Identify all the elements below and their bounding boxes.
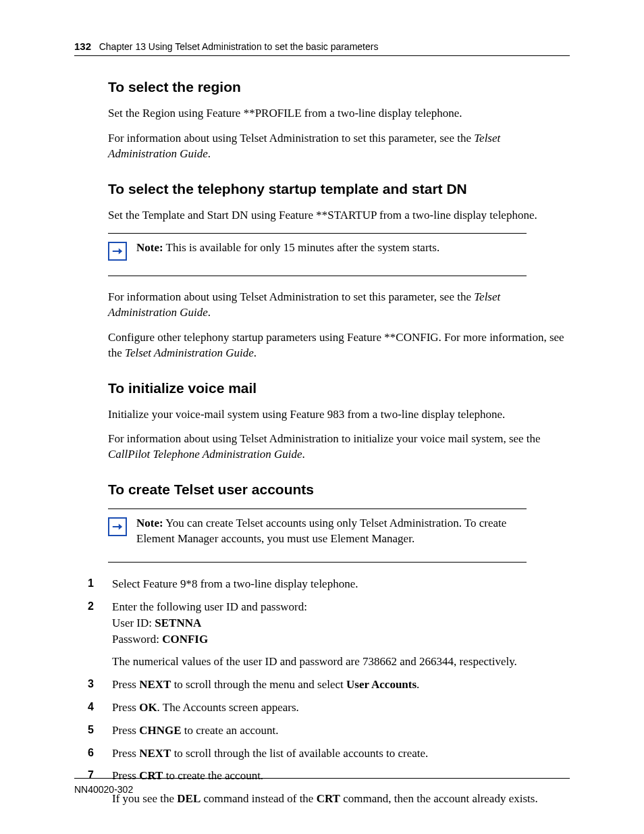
doc-ref: CallPilot Telephone Administration Guide: [108, 448, 302, 461]
list-item: 5 Press CHNGE to create an account.: [88, 723, 570, 739]
paragraph: Initialize your voice-mail system using …: [108, 407, 570, 423]
note-box: Note: This is available for only 15 minu…: [108, 233, 527, 276]
paragraph: Set the Template and Start DN using Feat…: [108, 208, 570, 224]
section-template: Set the Template and Start DN using Feat…: [108, 208, 570, 224]
paragraph: For information about using Telset Admin…: [108, 432, 570, 463]
paragraph: For information about using Telset Admin…: [108, 131, 570, 162]
list-item: 2 Enter the following user ID and passwo…: [88, 599, 570, 670]
paragraph: Set the Region using Feature **PROFILE f…: [108, 106, 570, 122]
note-text: Note: You can create Telset accounts usi…: [136, 516, 527, 547]
heading-voicemail: To initialize voice mail: [108, 380, 570, 396]
heading-accounts: To create Telset user accounts: [108, 481, 570, 498]
section-region: Set the Region using Feature **PROFILE f…: [108, 106, 570, 162]
list-item: 3 Press NEXT to scroll through the menu …: [88, 677, 570, 693]
page: 132 Chapter 13 Using Telset Administrati…: [0, 0, 644, 807]
note-text: Note: This is available for only 15 minu…: [136, 240, 439, 256]
heading-region: To select the region: [108, 79, 570, 95]
page-number: 132: [74, 41, 91, 52]
doc-ref: Telset Administration Guide: [125, 346, 254, 359]
paragraph: Configure other telephony startup parame…: [108, 330, 570, 361]
list-item: 6 Press NEXT to scroll through the list …: [88, 746, 570, 762]
paragraph: For information about using Telset Admin…: [108, 290, 570, 321]
section-voicemail: Initialize your voice-mail system using …: [108, 407, 570, 463]
chapter-title: Chapter 13 Using Telset Administration t…: [99, 41, 379, 52]
steps-list: 1 Select Feature 9*8 from a two-line dis…: [88, 576, 570, 807]
page-header: 132 Chapter 13 Using Telset Administrati…: [74, 41, 570, 56]
note-box: Note: You can create Telset accounts usi…: [108, 509, 527, 563]
doc-number: NN40020-302: [74, 784, 133, 795]
list-item: 1 Select Feature 9*8 from a two-line dis…: [88, 576, 570, 592]
page-footer: NN40020-302: [74, 778, 570, 795]
section-template-after: For information about using Telset Admin…: [108, 290, 570, 361]
heading-template: To select the telephony startup template…: [108, 181, 570, 197]
arrow-right-icon: [108, 242, 127, 261]
list-item: 4 Press OK. The Accounts screen appears.: [88, 700, 570, 716]
arrow-right-icon: [108, 517, 127, 536]
